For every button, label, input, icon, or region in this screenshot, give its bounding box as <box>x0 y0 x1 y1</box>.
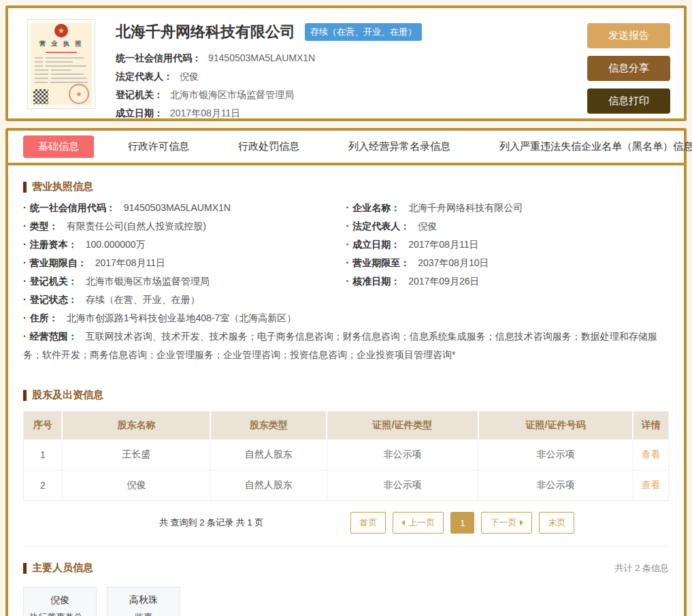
pagination-row: 共 查询到 2 条记录 共 1 页 首页 上一页 1 下一页 末页 <box>23 512 669 534</box>
field-registration-status: 登记状态：存续（在营、开业、在册） <box>23 291 669 309</box>
personnel-cards: 倪俊 执行董事兼总... 高秋珠 监事 <box>23 587 669 616</box>
cell-cert-type: 非公示项 <box>327 440 478 470</box>
column-header-cert-no: 证照/证件号码 <box>478 412 633 440</box>
person-role: 监事 <box>109 611 178 616</box>
license-title: 营 业 执 照 <box>39 39 84 48</box>
column-header-type: 股东类型 <box>210 412 327 440</box>
field-term-from: 营业期限自：2017年08月11日 <box>23 254 346 272</box>
tab-admin-license[interactable]: 行政许可信息 <box>103 140 214 153</box>
person-name: 倪俊 <box>25 594 95 606</box>
company-summary: 北海千舟网络科技有限公司 存续（在营、开业、在册） 统一社会信用代码：91450… <box>116 18 587 123</box>
tab-blacklist[interactable]: 列入严重违法失信企业名单（黑名单）信息 <box>475 140 692 153</box>
shareholder-row: 2 倪俊 自然人股东 非公示项 非公示项 查看 <box>24 470 669 501</box>
cell-cert-no: 非公示项 <box>478 470 633 501</box>
field-legal-representative: 法定代表人：倪俊 <box>116 67 587 86</box>
cell-cert-type: 非公示项 <box>327 470 478 501</box>
national-emblem-icon: ★ <box>54 24 68 37</box>
qr-code <box>33 89 48 104</box>
shareholder-row: 1 王长盛 自然人股东 非公示项 非公示项 查看 <box>24 440 669 470</box>
cell-shareholder-name: 王长盛 <box>62 440 210 470</box>
person-card[interactable]: 高秋珠 监事 <box>107 587 180 616</box>
tab-abnormal-operation-list[interactable]: 列入经营异常名录信息 <box>324 140 475 153</box>
page-next-button[interactable]: 下一页 <box>481 512 532 534</box>
cell-no: 2 <box>24 470 63 501</box>
field-registered-capital: 注册资本：100.000000万 <box>23 236 346 254</box>
page-current-button[interactable]: 1 <box>450 512 474 534</box>
field-address: 住所：北海市创源路1号科技创业基地408-7室（北海高新区） <box>23 309 669 327</box>
page-last-button[interactable]: 末页 <box>539 512 574 534</box>
section-title-bar <box>23 182 27 193</box>
view-detail-link[interactable]: 查看 <box>641 449 660 459</box>
page-first-button[interactable]: 首页 <box>350 512 386 534</box>
company-name: 北海千舟网络科技有限公司 <box>116 22 295 42</box>
license-regno-line <box>46 52 77 53</box>
person-card[interactable]: 倪俊 执行董事兼总... <box>23 587 97 616</box>
license-info-section-title: 营业执照信息 <box>23 180 669 193</box>
field-business-scope: 经营范围：互联网技术咨询、技术开发、技术服务；电子商务信息咨询；财务信息咨询；信… <box>23 327 669 364</box>
send-report-button[interactable]: 发送报告 <box>587 23 670 48</box>
field-legal-representative: 法定代表人：倪俊 <box>346 217 670 236</box>
license-fields-grid: 统一社会信用代码：91450503MA5LAUMX1N 类型：有限责任公司(自然… <box>23 199 669 291</box>
field-registration-authority: 登记机关：北海市银海区市场监督管理局 <box>23 272 346 291</box>
section-title-bar <box>23 563 27 574</box>
cell-no: 1 <box>24 440 63 470</box>
column-header-cert-type: 证照/证件类型 <box>327 412 478 440</box>
section-title-bar <box>23 390 27 401</box>
column-header-no: 序号 <box>24 412 63 440</box>
field-term-to: 营业期限至：2037年08月10日 <box>346 254 670 272</box>
field-credit-code: 统一社会信用代码：91450503MA5LAUMX1N <box>116 49 587 67</box>
license-text-lines <box>35 57 88 83</box>
page-prev-button[interactable]: 上一页 <box>393 512 444 534</box>
cell-shareholder-type: 自然人股东 <box>210 470 327 501</box>
status-badge: 存续（在营、开业、在册） <box>305 23 422 41</box>
next-arrow-icon <box>520 520 523 525</box>
pager: 首页 上一页 1 下一页 末页 <box>350 512 574 534</box>
shareholders-table: 序号 股东名称 股东类型 证照/证件类型 证照/证件号码 详情 1 王长盛 自然… <box>23 411 669 501</box>
person-name: 高秋珠 <box>109 594 178 606</box>
field-company-type: 类型：有限责任公司(自然人投资或控股) <box>23 217 346 236</box>
tab-admin-penalty[interactable]: 行政处罚信息 <box>214 140 324 153</box>
business-license-image[interactable]: ★ 营 业 执 照 ★ <box>27 19 95 109</box>
column-header-name: 股东名称 <box>62 412 210 440</box>
personnel-count: 共计 2 条信息 <box>615 562 669 574</box>
tab-bar: 基础信息 行政许可信息 行政处罚信息 列入经营异常名录信息 列入严重违法失信企业… <box>8 131 684 163</box>
company-header-card: ★ 营 业 执 照 ★ 北海千舟网络科技有限公司 存续（在营、开业、在册） <box>5 5 687 121</box>
cell-shareholder-type: 自然人股东 <box>210 440 327 470</box>
personnel-section-title: 主要人员信息 <box>23 562 93 574</box>
page: ★ 营 业 执 照 ★ 北海千舟网络科技有限公司 存续（在营、开业、在册） <box>0 0 692 616</box>
personnel-section-header: 主要人员信息 共计 2 条信息 <box>23 547 669 574</box>
header-action-buttons: 发送报告 信息分享 信息打印 <box>587 23 670 114</box>
field-approval-date: 核准日期：2017年09月26日 <box>346 272 670 291</box>
print-info-button[interactable]: 信息打印 <box>587 88 670 114</box>
field-establishment-date: 成立日期：2017年08月11日 <box>346 236 670 254</box>
basic-info-content: 营业执照信息 统一社会信用代码：91450503MA5LAUMX1N 类型：有限… <box>8 180 684 616</box>
person-role: 执行董事兼总... <box>25 611 95 616</box>
table-header-row: 序号 股东名称 股东类型 证照/证件类型 证照/证件号码 详情 <box>24 412 669 440</box>
red-seal-stamp: ★ <box>69 84 89 104</box>
field-uscc: 统一社会信用代码：91450503MA5LAUMX1N <box>23 199 346 217</box>
share-info-button[interactable]: 信息分享 <box>587 56 670 81</box>
column-header-detail: 详情 <box>633 412 668 440</box>
cell-shareholder-name: 倪俊 <box>62 470 210 501</box>
field-company-name: 企业名称：北海千舟网络科技有限公司 <box>346 199 670 217</box>
shareholders-section-title: 股东及出资信息 <box>23 389 669 402</box>
main-card: 基础信息 行政许可信息 行政处罚信息 列入经营异常名录信息 列入严重违法失信企业… <box>5 128 687 616</box>
field-establish-date: 成立日期：2017年08月11日 <box>116 104 587 123</box>
view-detail-link[interactable]: 查看 <box>641 479 660 490</box>
tab-basic-info[interactable]: 基础信息 <box>23 135 94 158</box>
cell-cert-no: 非公示项 <box>478 440 633 470</box>
field-registration-authority: 登记机关：北海市银海区市场监督管理局 <box>116 86 587 104</box>
prev-arrow-icon <box>401 520 405 525</box>
record-summary: 共 查询到 2 条记录 共 1 页 <box>159 517 263 529</box>
tabbar-underline <box>8 163 684 165</box>
